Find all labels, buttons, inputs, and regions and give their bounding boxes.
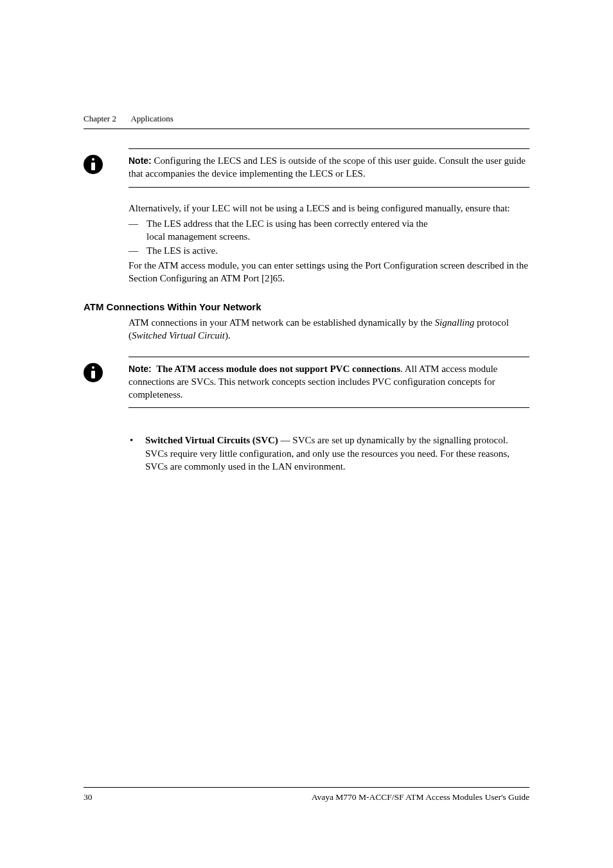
list-item: The LES is active. bbox=[129, 244, 529, 257]
alt-intro: Alternatively, if your LEC will not be u… bbox=[129, 202, 529, 215]
note-label: Note: bbox=[129, 364, 152, 374]
list-item: Switched Virtual Circuits (SVC) — SVCs a… bbox=[129, 434, 529, 473]
info-icon bbox=[84, 155, 103, 174]
note-body: Configuring the LECS and LES is outside … bbox=[129, 155, 526, 179]
note-icon-cell bbox=[84, 357, 129, 382]
running-header: Chapter 2 Applications bbox=[84, 114, 529, 129]
note-label: Note: bbox=[129, 155, 152, 166]
section-body: ATM connections in your ATM network can … bbox=[129, 316, 529, 342]
alt-block: Alternatively, if your LEC will not be u… bbox=[129, 202, 529, 285]
footer: 30 Avaya M770 M-ACCF/SF ATM Access Modul… bbox=[84, 787, 529, 802]
list-text: local management screens. bbox=[147, 230, 529, 243]
text: ). bbox=[225, 330, 231, 341]
note-block-2: Note: The ATM access module does not sup… bbox=[84, 357, 529, 409]
list-text: The LES address that the LEC is using ha… bbox=[147, 218, 428, 229]
alt-closing: For the ATM access module, you can enter… bbox=[129, 259, 529, 285]
info-icon bbox=[84, 363, 103, 382]
note-text: Note: Configuring the LECS and LES is ou… bbox=[129, 148, 529, 188]
footer-title: Avaya M770 M-ACCF/SF ATM Access Modules … bbox=[312, 792, 529, 802]
page: Chapter 2 Applications Note: Configuring… bbox=[0, 0, 613, 868]
italic-text: Signalling bbox=[435, 317, 475, 328]
note-text: Note: The ATM access module does not sup… bbox=[129, 357, 529, 409]
bullet-title: Switched Virtual Circuits (SVC) bbox=[145, 435, 278, 445]
page-number: 30 bbox=[84, 792, 93, 802]
italic-text: Switched Virtual Circuit bbox=[132, 330, 225, 341]
dash-list: The LES address that the LEC is using ha… bbox=[129, 217, 529, 258]
chapter-number: Chapter 2 bbox=[84, 114, 116, 123]
section-heading: ATM Connections Within Your Network bbox=[84, 301, 529, 312]
list-text: The LES is active. bbox=[147, 245, 218, 256]
note-bold: The ATM access module does not support P… bbox=[156, 364, 400, 374]
bullet-list: Switched Virtual Circuits (SVC) — SVCs a… bbox=[129, 434, 529, 473]
note-icon-cell bbox=[84, 148, 129, 174]
section-para: ATM connections in your ATM network can … bbox=[129, 316, 529, 342]
text: ATM connections in your ATM network can … bbox=[129, 317, 435, 328]
note-block-1: Note: Configuring the LECS and LES is ou… bbox=[84, 148, 529, 188]
svc-block: Switched Virtual Circuits (SVC) — SVCs a… bbox=[129, 434, 529, 473]
chapter-title: Applications bbox=[130, 114, 173, 123]
list-item: The LES address that the LEC is using ha… bbox=[129, 217, 529, 244]
